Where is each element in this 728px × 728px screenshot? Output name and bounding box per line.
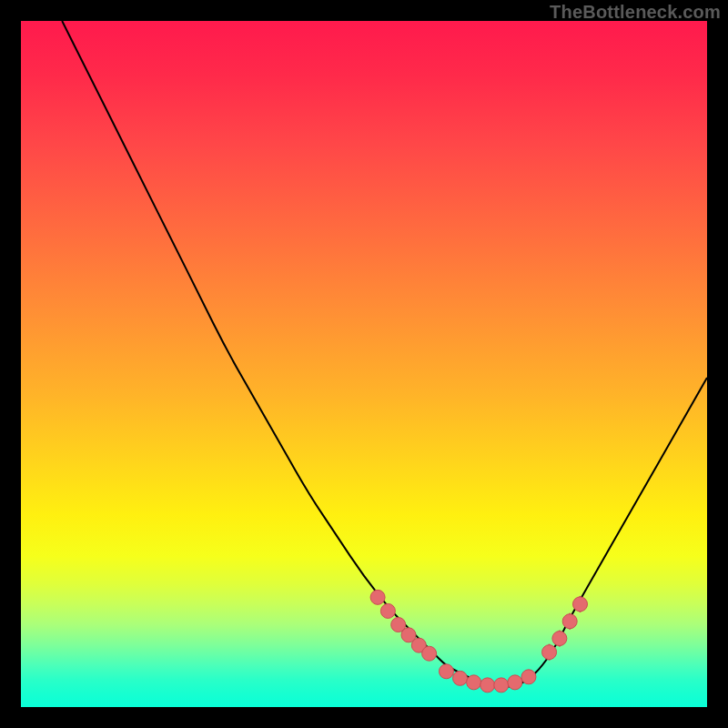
marker-dot	[422, 646, 437, 661]
marker-dot	[521, 670, 536, 684]
marker-dot	[494, 678, 509, 693]
chart-frame: TheBottleneck.com	[0, 0, 728, 728]
bottleneck-curve	[62, 21, 707, 686]
marker-dot	[562, 614, 577, 629]
marker-dot	[370, 590, 385, 604]
marker-dot	[467, 675, 481, 690]
marker-cluster-valley	[439, 664, 535, 693]
marker-cluster-left	[370, 590, 437, 661]
chart-overlay	[21, 21, 707, 707]
marker-dot	[380, 603, 395, 618]
marker-dot	[542, 645, 557, 660]
plot-area	[21, 21, 707, 707]
watermark-text: TheBottleneck.com	[550, 2, 721, 23]
marker-dot	[508, 675, 522, 690]
marker-dot	[480, 678, 495, 693]
marker-dot	[573, 597, 588, 612]
marker-dot	[439, 664, 453, 679]
marker-dot	[552, 632, 567, 646]
marker-dot	[453, 671, 468, 685]
